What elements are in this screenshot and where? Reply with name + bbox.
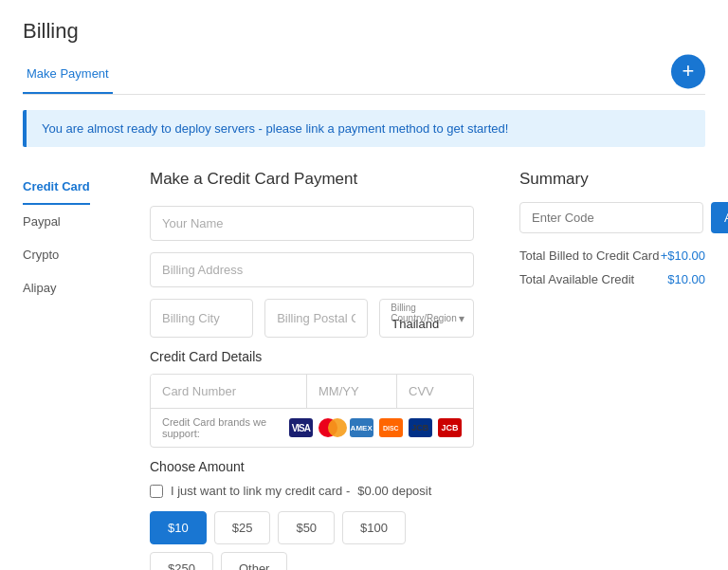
country-label: Billing Country/Region [391,303,474,323]
sidebar-item-crypto[interactable]: Crypto [23,238,127,271]
cvv-input[interactable] [397,375,473,408]
choose-amount-section: Choose Amount I just want to link my cre… [150,459,474,570]
billed-label: Total Billed to Credit Card [519,248,659,263]
page-title: Billing [23,19,705,44]
jcb-icon: JCB [409,418,432,437]
card-brands: Credit Card brands we support: VISA AMEX… [151,408,473,447]
main-title: Make a Credit Card Payment [150,170,474,189]
discover-icon: DISC [379,418,403,437]
alert-banner: You are almost ready to deploy servers -… [23,110,705,147]
summary-panel: Summary Apply Total Billed to Credit Car… [497,162,705,570]
amount-btn-25[interactable]: $25 [214,511,271,544]
name-input[interactable] [150,206,474,241]
tabs-bar: Make Payment + [23,55,705,95]
credit-label: Total Available Credit [519,272,634,286]
link-checkbox-label: I just want to link my credit card - [171,484,350,498]
postal-input[interactable] [264,299,368,338]
code-input[interactable] [519,202,703,233]
billed-amount: +$10.00 [661,248,705,263]
link-checkbox-row: I just want to link my credit card - $0.… [150,484,474,498]
add-button[interactable]: + [671,54,705,88]
amount-btn-10[interactable]: $10 [150,511,207,544]
sidebar-item-paypal[interactable]: Paypal [23,205,127,238]
mastercard-icon [318,418,344,437]
link-deposit-label: $0.00 deposit [357,484,431,498]
link-checkbox[interactable] [150,485,163,498]
amount-btn-50[interactable]: $50 [278,511,335,544]
sidebar: Credit Card Paypal Crypto Alipay [23,162,127,570]
card-number-input[interactable] [151,375,307,408]
other-card-icon: JCB [438,418,462,437]
choose-amount-label: Choose Amount [150,459,474,474]
city-input[interactable] [150,299,253,338]
expiry-input[interactable] [307,375,397,408]
sidebar-item-alipay[interactable]: Alipay [23,271,127,304]
summary-row-billed: Total Billed to Credit Card +$10.00 [519,248,705,263]
amount-btn-other[interactable]: Other [221,552,288,570]
card-details-box: Credit Card brands we support: VISA AMEX… [150,374,474,448]
amount-btn-250[interactable]: $250 [150,552,213,570]
address-input[interactable] [150,252,474,287]
main-content: Make a Credit Card Payment Billing Count… [127,162,497,570]
amex-icon: AMEX [350,418,373,437]
country-select-wrap: Billing Country/Region Thailand ▾ [379,299,474,338]
brands-label: Credit Card brands we support: [162,416,283,439]
code-row: Apply [519,202,705,233]
tab-make-payment[interactable]: Make Payment [23,55,113,94]
amount-buttons: $10 $25 $50 $100 $250 Other [150,511,474,570]
sidebar-item-credit-card[interactable]: Credit Card [23,170,90,205]
summary-row-credit: Total Available Credit $10.00 [519,272,705,286]
credit-amount: $10.00 [667,272,705,286]
amount-btn-100[interactable]: $100 [342,511,406,544]
card-details-label: Credit Card Details [150,349,474,364]
visa-icon: VISA [289,418,313,437]
apply-button[interactable]: Apply [711,202,728,233]
summary-title: Summary [519,170,705,189]
